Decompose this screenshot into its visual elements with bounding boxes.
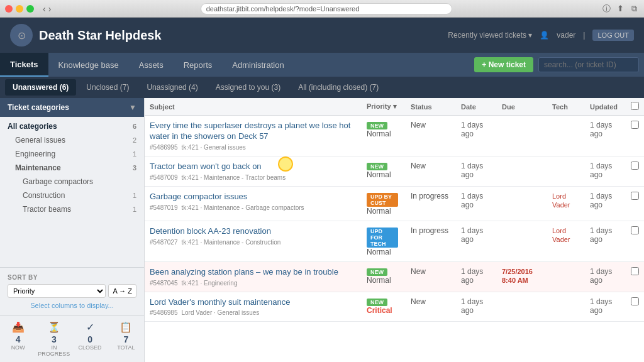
closed-label: CLOSED <box>72 344 108 351</box>
cell-subject: Tractor beam won't go back on #5487009 t… <box>145 156 362 186</box>
select-all-checkbox[interactable] <box>631 102 639 110</box>
main-content: Ticket categories ▼ All categories 6 Gen… <box>0 98 644 362</box>
closed-count: 0 <box>72 334 108 344</box>
tab-unassigned[interactable]: Unassigned (4) <box>139 79 205 96</box>
sort-select[interactable]: Priority Date Status Subject <box>8 284 106 298</box>
search-input[interactable] <box>538 57 639 72</box>
col-select-link[interactable]: Select columns to display... <box>8 302 136 309</box>
ticket-meta: #5486995 tk:421 · General issues <box>150 144 357 151</box>
ticket-category: tk:421 · Maintenance - Tractor beams <box>182 174 286 181</box>
app-header: ⊙ Death Star Helpdesk Recently viewed ti… <box>0 18 644 53</box>
col-header-due[interactable]: Due <box>497 98 547 116</box>
header-right: Recently viewed tickets ▾ 👤 vader | LOG … <box>448 30 634 41</box>
app-title: Death Star Helpdesk <box>39 28 162 43</box>
cell-priority: upd for tech Normal <box>362 221 406 261</box>
minimize-button[interactable] <box>16 5 23 13</box>
cat-construction[interactable]: Construction 1 <box>0 189 144 202</box>
row-checkbox[interactable] <box>631 226 639 234</box>
cell-date: 1 days ago <box>456 221 497 261</box>
nav-tickets[interactable]: Tickets <box>0 53 48 77</box>
ticket-link[interactable]: Lord Vader's monthly suit maintenance <box>150 297 357 308</box>
maximize-button[interactable] <box>26 5 34 13</box>
info-icon[interactable]: ⓘ <box>601 4 611 14</box>
cat-garbage-compactors[interactable]: Garbage compactors <box>0 175 144 189</box>
due-date: 7/25/2016 8:40 AM <box>502 268 533 284</box>
app-logo: ⊙ Death Star Helpdesk <box>10 24 162 47</box>
col-header-updated[interactable]: Updated <box>585 98 626 116</box>
cell-priority: NEW Normal <box>362 261 406 292</box>
cat-tractor-beams[interactable]: Tractor beams 1 <box>0 202 144 216</box>
row-checkbox[interactable] <box>631 297 639 305</box>
nav-assets[interactable]: Assets <box>129 53 174 77</box>
back-button[interactable]: ‹ <box>43 4 46 14</box>
ticket-meta: #5487045 tk:421 · Engineering <box>150 280 357 287</box>
cell-priority: upd by cust Normal <box>362 186 406 221</box>
nav-knowledge-base[interactable]: Knowledge base <box>48 53 129 77</box>
cell-tech <box>547 116 585 156</box>
titlebar-right: ⓘ ⬆ ⧉ <box>601 4 639 14</box>
tab-unclosed[interactable]: Unclosed (7) <box>79 79 136 96</box>
cat-general-issues[interactable]: General issues 2 <box>0 133 144 147</box>
forward-button[interactable]: › <box>48 4 52 14</box>
share-icon[interactable]: ⬆ <box>615 4 625 14</box>
total-count: 7 <box>108 334 144 344</box>
cat-engineering[interactable]: Engineering 1 <box>0 147 144 161</box>
fullscreen-icon[interactable]: ⧉ <box>629 4 639 14</box>
filter-icon[interactable]: ▼ <box>129 103 136 112</box>
close-button[interactable] <box>5 5 13 13</box>
cell-status: In progress <box>406 186 456 221</box>
cell-date: 1 days ago <box>456 186 497 221</box>
sort-direction-button[interactable]: A → Z <box>108 284 136 298</box>
browser-nav: ‹ › <box>43 4 51 14</box>
row-checkbox[interactable] <box>631 162 639 170</box>
cat-maintenance[interactable]: Maintenance 3 <box>0 161 144 175</box>
cell-checkbox <box>626 221 644 261</box>
col-header-date[interactable]: Date <box>456 98 497 116</box>
cell-status: New <box>406 116 456 156</box>
tech-name[interactable]: Lord Vader <box>552 227 570 243</box>
window-controls <box>5 5 34 13</box>
ticket-link[interactable]: Garbage compactor issues <box>150 192 357 202</box>
new-ticket-button[interactable]: + New ticket <box>474 57 533 72</box>
ticket-link[interactable]: Detention block AA-23 renovation <box>150 226 357 237</box>
recently-viewed-link[interactable]: Recently viewed tickets ▾ <box>448 31 532 40</box>
priority-value: Normal <box>367 129 391 138</box>
url-bar[interactable]: deathstar.jitbit.com/helpdesk/?mode=Unan… <box>201 3 452 14</box>
cell-updated: 1 days ago <box>585 221 626 261</box>
table-row: Garbage compactor issues #5487019 tk:421… <box>145 186 644 221</box>
ticket-link[interactable]: Tractor beam won't go back on <box>150 162 357 172</box>
cat-all-categories[interactable]: All categories 6 <box>0 119 144 133</box>
table-row: Tractor beam won't go back on #5487009 t… <box>145 156 644 186</box>
cell-updated: 1 days ago <box>585 186 626 221</box>
sidebar-header: Ticket categories ▼ <box>0 98 144 117</box>
inprogress-icon: ⏳ <box>36 321 72 333</box>
logout-button[interactable]: LOG OUT <box>592 30 634 41</box>
ticket-category: Lord Vader · General issues <box>182 309 260 316</box>
cell-updated: 1 days ago <box>585 261 626 292</box>
row-checkbox[interactable] <box>631 267 639 275</box>
tab-all[interactable]: All (including closed) (7) <box>291 79 386 96</box>
col-header-subject[interactable]: Subject <box>145 98 362 116</box>
cell-updated: 1 days ago <box>585 292 626 322</box>
ticket-area: Subject Priority ▾ Status Date Due Tech … <box>145 98 644 362</box>
row-checkbox[interactable] <box>631 121 639 129</box>
cell-due <box>497 156 547 186</box>
col-header-status[interactable]: Status <box>406 98 456 116</box>
col-header-priority[interactable]: Priority ▾ <box>362 98 406 116</box>
ticket-badge: NEW <box>367 163 387 170</box>
nav-administration[interactable]: Administration <box>222 53 294 77</box>
nav-reports[interactable]: Reports <box>174 53 223 77</box>
tech-name[interactable]: Lord Vader <box>552 192 570 209</box>
row-checkbox[interactable] <box>631 192 639 200</box>
ticket-link[interactable]: Every time the superlaser destroys a pla… <box>150 121 357 142</box>
ticket-link[interactable]: Been analyzing station plans – we may be… <box>150 267 357 278</box>
col-header-checkbox <box>626 98 644 116</box>
tab-assigned-to-you[interactable]: Assigned to you (3) <box>208 79 288 96</box>
col-header-tech[interactable]: Tech <box>547 98 585 116</box>
sidebar-footer: 📥 4 NOW ⏳ 3 IN PROGRESS ✓ 0 CLOSED 📋 7 <box>0 315 144 362</box>
now-count: 4 <box>0 334 36 344</box>
titlebar: ‹ › deathstar.jitbit.com/helpdesk/?mode=… <box>0 0 644 18</box>
ticket-id: #5486995 <box>150 144 178 151</box>
tab-unanswered[interactable]: Unanswered (6) <box>5 79 76 96</box>
ticket-badge: NEW <box>367 268 387 276</box>
